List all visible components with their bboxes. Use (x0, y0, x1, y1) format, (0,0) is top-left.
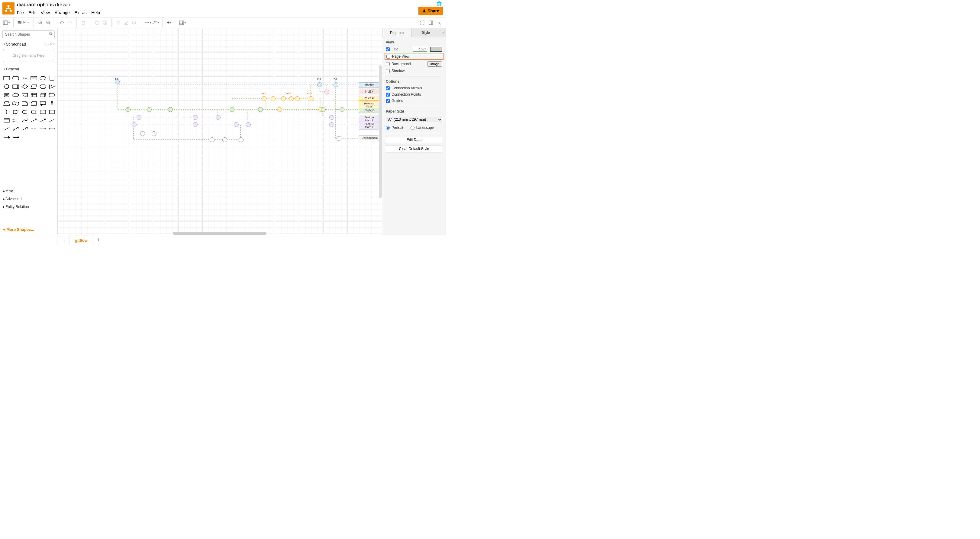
node-rc1[interactable] (262, 96, 266, 101)
page-layout-icon[interactable]: ▼ (3, 19, 10, 26)
shape-link4[interactable] (3, 134, 10, 141)
grid-checkbox[interactable] (386, 48, 390, 51)
shape-or[interactable] (12, 109, 19, 115)
waypoint-style-icon[interactable]: ▼ (152, 19, 159, 26)
lane-development[interactable]: Development (359, 135, 379, 140)
shape-rounded-rect[interactable] (12, 75, 19, 81)
node-nightly-7[interactable] (340, 107, 344, 112)
lane-feature2[interactable]: Feature team 2 (359, 122, 379, 130)
node-master-3[interactable] (334, 82, 338, 87)
scratchpad-close-icon[interactable]: × (53, 42, 55, 46)
menu-edit[interactable]: Edit (29, 10, 36, 15)
share-button[interactable]: Share (418, 6, 443, 15)
vertical-scrollbar[interactable] (379, 65, 382, 198)
tab-diagram[interactable]: Diagram (382, 28, 412, 37)
lane-hotfix[interactable]: Hotfix (359, 89, 379, 94)
shadow-toggle-icon[interactable] (130, 19, 138, 26)
search-icon[interactable] (49, 32, 53, 37)
node-feat2-5[interactable] (329, 122, 334, 127)
node-feat2-2[interactable] (193, 122, 197, 127)
shape-card[interactable] (30, 100, 37, 107)
scratchpad-help-icon[interactable]: ? (45, 42, 46, 46)
shape-container[interactable] (39, 109, 46, 115)
shape-curve[interactable] (21, 117, 29, 124)
shape-list[interactable] (3, 117, 10, 124)
node-nightly-1[interactable] (126, 107, 130, 112)
shape-rectangle[interactable] (3, 75, 10, 81)
grid-color-swatch[interactable] (430, 47, 442, 52)
lane-nightly[interactable]: Nightly (359, 108, 379, 113)
shape-triangle[interactable] (48, 83, 56, 90)
canvas[interactable]: 1.0 2.0 2.1 RC1 RC2 RC3 (57, 28, 382, 235)
node-dev-5[interactable] (239, 137, 243, 142)
node-release-5[interactable] (295, 96, 300, 101)
node-feat2-1[interactable] (132, 122, 137, 127)
fill-color-icon[interactable] (115, 19, 122, 26)
guides-checkbox[interactable] (386, 99, 390, 103)
clear-default-style-button[interactable]: Clear Default Style (386, 145, 442, 152)
node-nightly-6[interactable] (321, 107, 326, 112)
lane-release[interactable]: Release (359, 96, 379, 101)
to-front-icon[interactable] (93, 19, 100, 26)
shape-cube[interactable] (39, 92, 46, 98)
shape-circle[interactable] (3, 83, 10, 90)
shape-document[interactable] (21, 92, 29, 98)
shape-link3[interactable] (48, 125, 56, 132)
collapse-icon[interactable] (436, 19, 443, 26)
shape-arrow[interactable] (39, 117, 46, 124)
shape-text[interactable]: Text (21, 75, 29, 81)
node-feat1-4[interactable] (329, 115, 334, 120)
menu-help[interactable]: Help (91, 10, 100, 15)
shape-and[interactable] (21, 109, 29, 115)
delete-icon[interactable] (80, 19, 87, 26)
node-dev-4[interactable] (222, 137, 227, 142)
shape-bidirectional-arrow[interactable] (30, 117, 37, 124)
node-nightly-3[interactable] (168, 107, 173, 112)
background-image-button[interactable]: Image (428, 61, 442, 67)
paper-size-select[interactable]: A4 (210 mm x 297 mm) (386, 116, 442, 123)
node-dev-3[interactable] (210, 137, 215, 142)
section-advanced[interactable]: ▶Advanced (0, 195, 57, 203)
portrait-radio[interactable] (386, 126, 390, 130)
node-nightly-5[interactable] (258, 107, 263, 112)
menu-file[interactable]: File (17, 10, 24, 15)
node-rc2[interactable] (281, 96, 286, 101)
filename[interactable]: diagram-options.drawio (17, 2, 446, 10)
section-general[interactable]: ▼General (0, 65, 57, 73)
background-checkbox[interactable] (386, 62, 390, 66)
node-feat1-2[interactable] (193, 115, 197, 120)
shape-diamond[interactable] (21, 83, 29, 90)
node-relfix-1[interactable] (277, 107, 282, 112)
zoom-out-icon[interactable] (45, 19, 52, 26)
section-misc[interactable]: ▶Misc (0, 187, 57, 195)
shape-step[interactable] (48, 92, 56, 98)
shape-actor[interactable] (48, 100, 56, 107)
shape-list-item[interactable]: List Item (12, 117, 19, 124)
shape-link5[interactable] (12, 134, 19, 141)
node-feat2-3[interactable] (234, 122, 239, 127)
shape-cylinder[interactable] (3, 92, 10, 98)
shape-note[interactable] (21, 100, 29, 107)
node-feat1-1[interactable] (137, 115, 142, 120)
conn-points-checkbox[interactable] (386, 93, 390, 97)
scratchpad-dropzone[interactable]: Drag elements here (3, 49, 54, 62)
add-page-icon[interactable]: + (93, 237, 104, 243)
node-nightly-2[interactable] (147, 107, 152, 112)
fullscreen-icon[interactable] (419, 19, 426, 26)
scratchpad-edit-icon[interactable]: ✎ (49, 42, 52, 46)
node-master-2[interactable] (317, 82, 322, 87)
node-nightly-4[interactable] (230, 107, 234, 112)
shape-link2[interactable] (39, 125, 46, 132)
to-back-icon[interactable] (101, 19, 108, 26)
node-release-4[interactable] (289, 96, 294, 101)
shape-ellipse[interactable] (39, 75, 46, 81)
shape-rect-thick[interactable] (48, 109, 56, 115)
shape-curly-right[interactable] (3, 109, 10, 115)
node-feat1-3[interactable] (216, 115, 221, 120)
page-reorder-handle-icon[interactable]: ⋮ (59, 238, 69, 243)
node-dev-1[interactable] (140, 131, 145, 136)
page-tab-gitflow[interactable]: gitflow (69, 235, 93, 245)
landscape-radio[interactable] (410, 126, 414, 130)
menu-arrange[interactable]: Arrange (55, 10, 70, 15)
lane-master[interactable]: Master (359, 82, 379, 87)
